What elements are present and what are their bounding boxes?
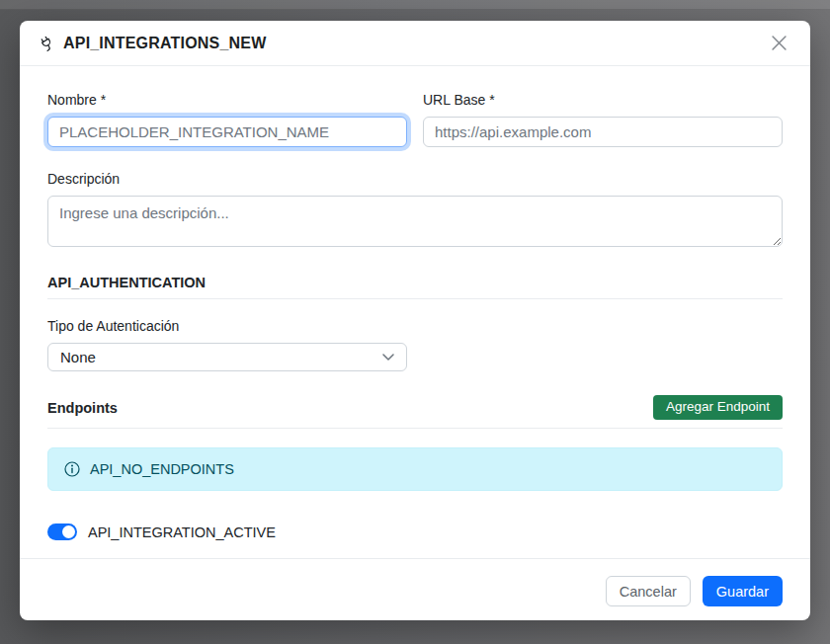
url-base-label: URL Base * [423, 92, 783, 108]
background-page-edge [0, 0, 830, 10]
plug-icon [35, 31, 59, 55]
description-textarea[interactable] [47, 196, 783, 247]
integration-active-toggle[interactable] [47, 523, 77, 540]
active-toggle-row: API_INTEGRATION_ACTIVE [47, 523, 783, 540]
name-label: Nombre * [47, 92, 407, 108]
close-button[interactable] [767, 32, 790, 55]
save-button[interactable]: Guardar [703, 576, 783, 606]
auth-type-select[interactable]: None [47, 343, 407, 371]
name-url-row: Nombre * URL Base * [47, 92, 783, 147]
modal-footer: Cancelar Guardar [20, 558, 810, 620]
toggle-knob [62, 525, 75, 538]
description-label: Descripción [47, 171, 783, 187]
add-endpoint-button[interactable]: Agregar Endpoint [653, 395, 783, 420]
divider [47, 428, 783, 429]
auth-type-label: Tipo de Autenticación [47, 318, 783, 334]
chevron-down-icon [382, 354, 394, 362]
modal-header: API_INTEGRATIONS_NEW [20, 21, 810, 66]
info-circle-icon [64, 461, 80, 477]
modal-body: Nombre * URL Base * Descripción API_AUTH… [20, 66, 810, 558]
description-field: Descripción [47, 171, 783, 251]
modal-title: API_INTEGRATIONS_NEW [63, 35, 267, 52]
auth-type-field: Tipo de Autenticación None [47, 318, 783, 371]
cancel-button[interactable]: Cancelar [606, 576, 691, 606]
no-endpoints-alert: API_NO_ENDPOINTS [47, 447, 783, 491]
auth-section-heading: API_AUTHENTICATION [47, 275, 783, 290]
close-icon [772, 36, 787, 50]
no-endpoints-message: API_NO_ENDPOINTS [90, 461, 234, 477]
divider [47, 298, 783, 299]
integration-active-label: API_INTEGRATION_ACTIVE [88, 524, 276, 540]
url-base-input[interactable] [423, 117, 783, 147]
auth-type-selected-value: None [60, 349, 96, 365]
api-integration-modal: API_INTEGRATIONS_NEW Nombre * URL Base *… [20, 21, 810, 620]
url-base-field: URL Base * [423, 92, 783, 147]
endpoints-header-row: Endpoints Agregar Endpoint [47, 395, 783, 420]
endpoints-heading: Endpoints [47, 400, 118, 416]
name-field: Nombre * [47, 92, 407, 147]
name-input[interactable] [47, 117, 407, 147]
